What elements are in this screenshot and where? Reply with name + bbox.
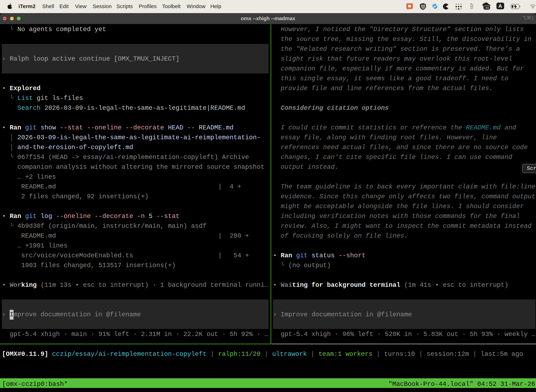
svg-text:A: A (498, 3, 502, 9)
svg-text:..61: ..61 (484, 6, 489, 9)
